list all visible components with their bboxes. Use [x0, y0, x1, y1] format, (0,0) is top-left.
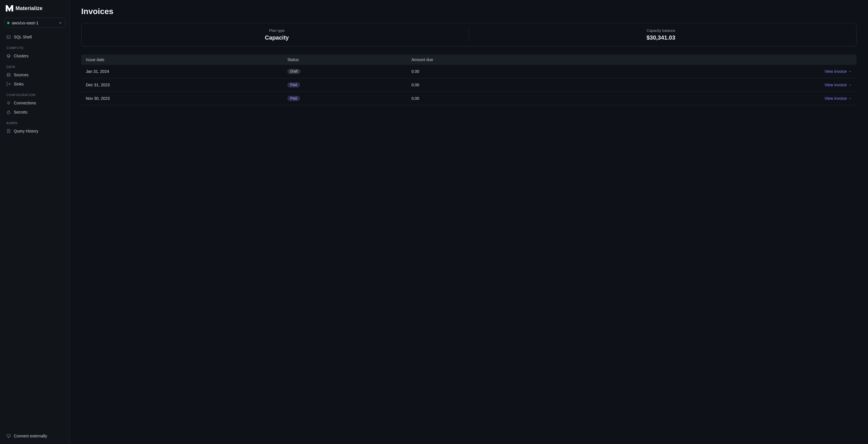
svg-marker-2 — [7, 54, 10, 56]
summary-value: $30,341.03 — [472, 34, 849, 41]
view-invoice-link[interactable]: View invoice→ — [825, 69, 852, 74]
svg-rect-0 — [7, 36, 10, 39]
cell-action: View invoice→ — [702, 92, 857, 105]
sidebar-item-sources[interactable]: Sources — [4, 70, 65, 79]
region-label: aws/us-east-1 — [12, 20, 38, 25]
layers-icon — [6, 54, 11, 58]
table-row: Jan 31, 2024Draft0.00View invoice→ — [81, 65, 857, 78]
brand[interactable]: Materialize — [4, 5, 65, 11]
sidebar-item-label: Sinks — [14, 82, 24, 86]
region-switcher[interactable]: aws/us-east-1 — [4, 18, 65, 28]
svg-point-3 — [7, 73, 10, 74]
main-content: Invoices Plan type Capacity Capacity bal… — [70, 0, 868, 444]
col-header-issue-date: Issue date — [81, 55, 283, 65]
page-title: Invoices — [81, 7, 857, 16]
svg-rect-6 — [7, 112, 10, 114]
col-header-amount-due: Amount due — [407, 55, 701, 65]
svg-rect-11 — [7, 435, 10, 437]
cell-amount-due: 0.00 — [407, 78, 701, 92]
brand-name: Materialize — [16, 5, 42, 11]
sidebar-item-label: Connect externally — [14, 434, 47, 438]
summary-capacity-balance: Capacity balance $30,341.03 — [472, 28, 849, 41]
cell-status: Paid — [283, 92, 407, 105]
terminal-icon — [6, 35, 11, 39]
status-badge: Paid — [287, 82, 300, 88]
sidebar-item-label: Query History — [14, 129, 38, 133]
chevron-down-icon — [58, 21, 62, 25]
cell-issue-date: Dec 31, 2023 — [81, 78, 283, 92]
logout-icon — [6, 82, 11, 86]
status-badge: Paid — [287, 96, 300, 101]
nav-section-configuration: CONFIGURATION — [4, 90, 65, 98]
table-row: Dec 31, 2023Paid0.00View invoice→ — [81, 78, 857, 92]
cell-amount-due: 0.00 — [407, 92, 701, 105]
sidebar-item-connections[interactable]: Connections — [4, 98, 65, 108]
cell-issue-date: Nov 30, 2023 — [81, 92, 283, 105]
monitor-icon — [6, 434, 11, 438]
invoices-table: Issue date Status Amount due Jan 31, 202… — [81, 55, 857, 105]
cell-issue-date: Jan 31, 2024 — [81, 65, 283, 78]
cell-action: View invoice→ — [702, 65, 857, 78]
nav-section-data: DATA — [4, 62, 65, 70]
lock-icon — [6, 110, 11, 114]
sidebar-item-label: Sources — [14, 73, 28, 77]
summary-label: Plan type — [88, 28, 465, 33]
sidebar-item-connect-externally[interactable]: Connect externally — [4, 432, 65, 441]
cell-status: Draft — [283, 65, 407, 78]
table-header-row: Issue date Status Amount due — [81, 55, 857, 65]
billing-summary-card: Plan type Capacity Capacity balance $30,… — [81, 23, 857, 46]
sidebar-item-sinks[interactable]: Sinks — [4, 79, 65, 89]
sidebar-item-label: SQL Shell — [14, 35, 32, 39]
arrow-right-icon: → — [848, 82, 852, 87]
plug-icon — [6, 101, 11, 105]
nav-section-admin: ADMIN — [4, 118, 65, 127]
cell-status: Paid — [283, 78, 407, 92]
summary-plan-type: Plan type Capacity — [88, 28, 465, 41]
cell-action: View invoice→ — [702, 78, 857, 92]
view-invoice-link[interactable]: View invoice→ — [825, 96, 852, 101]
arrow-right-icon: → — [848, 69, 852, 74]
col-header-action — [702, 55, 857, 65]
sidebar-item-query-history[interactable]: Query History — [4, 127, 65, 136]
brand-logo-icon — [6, 5, 13, 11]
sidebar-item-label: Clusters — [14, 54, 28, 58]
cell-amount-due: 0.00 — [407, 65, 701, 78]
database-icon — [6, 73, 11, 77]
summary-value: Capacity — [88, 34, 465, 41]
sidebar-item-secrets[interactable]: Secrets — [4, 108, 65, 117]
document-icon — [6, 129, 11, 133]
col-header-status: Status — [283, 55, 407, 65]
status-badge: Draft — [287, 69, 301, 74]
sidebar-item-label: Secrets — [14, 110, 27, 114]
sidebar-item-clusters[interactable]: Clusters — [4, 52, 65, 61]
status-dot-icon — [7, 22, 9, 24]
view-invoice-link[interactable]: View invoice→ — [825, 82, 852, 87]
table-row: Nov 30, 2023Paid0.00View invoice→ — [81, 92, 857, 105]
sidebar-item-label: Connections — [14, 101, 36, 105]
summary-label: Capacity balance — [472, 28, 849, 33]
sidebar-item-sql-shell[interactable]: SQL Shell — [4, 32, 65, 42]
sidebar: Materialize aws/us-east-1 SQL Shell COMP… — [0, 0, 70, 444]
nav-section-compute: COMPUTE — [4, 43, 65, 52]
divider — [469, 28, 469, 41]
arrow-right-icon: → — [848, 96, 852, 101]
